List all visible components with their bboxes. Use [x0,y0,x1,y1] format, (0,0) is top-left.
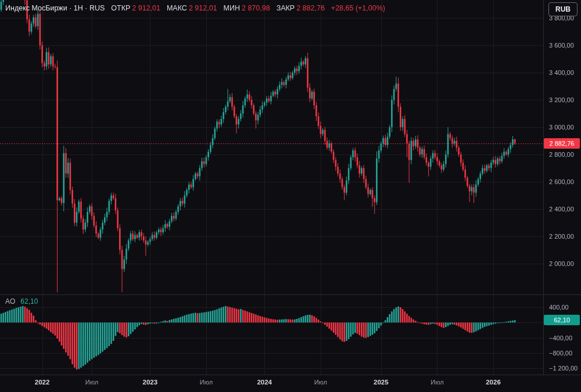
ao-pane[interactable] [0,294,543,375]
ohlc-close: ЗАКР2 882,76 [277,4,325,12]
high-label: МАКС [167,4,187,12]
time-axis-label: Июл [200,379,213,386]
high-value: 2 912,01 [189,4,217,12]
ao-indicator-legend: AO 62,10 [5,297,38,305]
time-axis[interactable]: 2022Июл2023Июл2024Июл2025Июл2026 [0,375,581,392]
low-label: МИН [224,4,240,12]
trading-chart-window: Индекс МосБиржи · 1Н · RUS ОТКР2 912,01 … [0,0,581,392]
symbol-title[interactable]: Индекс МосБиржи · 1Н · RUS [5,4,105,12]
axis-label: 2 800,00 [549,151,574,158]
time-axis-label: 2023 [143,379,158,386]
axis-label: 2 400,00 [549,206,574,213]
axis-label: 3 200,00 [549,96,574,103]
ao-value-badge: 62,10 [544,315,580,325]
axis-label: 3 000,00 [549,124,574,131]
open-label: ОТКР [111,4,130,12]
time-axis-label: Июл [314,379,327,386]
time-axis-label: 2025 [374,379,389,386]
axis-label: 2 200,00 [549,233,574,240]
time-axis-label: Июл [431,379,443,386]
axis-label: 3 600,00 [549,42,574,49]
currency-toggle-button[interactable]: RUB [548,2,578,16]
change-value: +28,65 (+1,00%) [331,4,385,12]
axis-label: −800,00 [549,350,572,357]
axis-label: −1 200,00 [549,365,578,372]
axis-label: 3 400,00 [549,69,574,76]
time-axis-label: 2022 [35,379,50,386]
axis-label: 400,00 [549,304,569,311]
symbol-legend: Индекс МосБиржи · 1Н · RUS ОТКР2 912,01 … [5,4,385,12]
axis-label: 2 600,00 [549,178,574,185]
ohlc-low: МИН2 870,98 [224,4,270,12]
ohlc-open: ОТКР2 912,01 [111,4,160,12]
price-pane[interactable] [0,0,543,294]
axis-label: −400,00 [549,335,572,341]
open-value: 2 912,01 [132,4,160,12]
ohlc-high: МАКС2 912,01 [167,4,217,12]
time-axis-label: 2026 [486,379,501,386]
last-price-badge: 2 882,76 [544,138,580,149]
low-value: 2 870,98 [242,4,270,12]
time-axis-label: Июл [85,379,98,386]
time-axis-label: 2024 [257,379,272,386]
close-value: 2 882,76 [296,4,325,12]
ao-indicator-value: 62,10 [20,297,38,305]
close-label: ЗАКР [277,4,295,12]
axis-label: 2 000,00 [549,260,574,267]
ao-indicator-title[interactable]: AO [5,297,15,305]
